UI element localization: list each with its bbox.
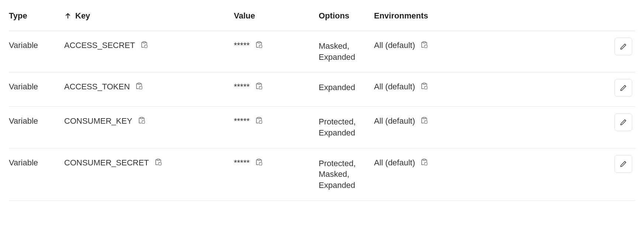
cell-environments: All (default): [374, 82, 415, 92]
cell-key: CONSUMER_KEY: [64, 116, 132, 126]
svg-rect-15: [259, 121, 262, 123]
variables-table: Type Key Value Options Environments V: [9, 7, 635, 201]
cell-options: Protected, Masked, Expanded: [319, 148, 374, 200]
svg-rect-9: [259, 86, 262, 89]
edit-button[interactable]: [614, 79, 632, 97]
copy-value-icon[interactable]: [255, 116, 263, 124]
column-header-options[interactable]: Options: [319, 7, 374, 31]
svg-rect-19: [159, 162, 161, 165]
cell-options: Masked, Expanded: [319, 31, 374, 72]
cell-value: *****: [234, 41, 250, 50]
pencil-icon: [621, 161, 626, 167]
cell-environments: All (default): [374, 158, 415, 168]
column-header-actions: [602, 7, 635, 31]
column-header-environments[interactable]: Environments: [374, 7, 602, 31]
svg-rect-6: [138, 83, 140, 85]
sort-ascending-icon: [64, 12, 72, 20]
edit-button[interactable]: [614, 38, 632, 55]
column-header-type[interactable]: Type: [9, 7, 64, 31]
cell-key: CONSUMER_SECRET: [64, 158, 149, 168]
cell-value: *****: [234, 116, 250, 126]
copy-environments-icon[interactable]: [420, 116, 428, 124]
svg-rect-0: [143, 42, 145, 43]
copy-value-icon[interactable]: [255, 158, 263, 166]
svg-rect-5: [425, 45, 427, 48]
svg-rect-21: [259, 162, 262, 165]
svg-rect-20: [257, 159, 260, 161]
copy-key-icon[interactable]: [135, 82, 143, 90]
svg-rect-22: [423, 159, 426, 161]
table-row: Variable CONSUMER_SECRET *****: [9, 148, 635, 200]
table-row: Variable ACCESS_TOKEN *****: [9, 72, 635, 107]
cell-options: Protected, Expanded: [319, 107, 374, 148]
svg-rect-18: [157, 159, 159, 161]
svg-rect-7: [139, 86, 142, 89]
svg-rect-14: [257, 117, 260, 119]
edit-button[interactable]: [614, 113, 632, 131]
copy-value-icon[interactable]: [255, 82, 263, 90]
cell-type: Variable: [9, 107, 64, 148]
copy-value-icon[interactable]: [255, 41, 263, 49]
table-header-row: Type Key Value Options Environments: [9, 7, 635, 31]
pencil-icon: [621, 86, 626, 91]
svg-rect-11: [425, 86, 427, 89]
cell-type: Variable: [9, 148, 64, 200]
svg-rect-4: [423, 42, 426, 43]
column-header-value[interactable]: Value: [234, 7, 319, 31]
cell-type: Variable: [9, 72, 64, 107]
svg-rect-3: [259, 45, 262, 48]
cell-value: *****: [234, 82, 250, 92]
svg-rect-8: [257, 83, 260, 85]
pencil-icon: [621, 44, 626, 49]
table-row: Variable CONSUMER_KEY *****: [9, 107, 635, 148]
svg-rect-16: [423, 117, 426, 119]
cell-value: *****: [234, 158, 250, 168]
svg-rect-10: [423, 83, 426, 85]
column-header-key[interactable]: Key: [64, 7, 234, 31]
cell-type: Variable: [9, 31, 64, 72]
copy-key-icon[interactable]: [154, 158, 162, 166]
svg-rect-23: [425, 162, 427, 165]
svg-rect-17: [425, 121, 427, 123]
table-row: Variable ACCESS_SECRET *****: [9, 31, 635, 72]
cell-environments: All (default): [374, 116, 415, 126]
column-header-key-label: Key: [75, 11, 90, 21]
cell-options: Expanded: [319, 72, 374, 107]
cell-environments: All (default): [374, 41, 415, 50]
svg-rect-12: [140, 117, 143, 119]
copy-environments-icon[interactable]: [420, 82, 428, 90]
cell-key: ACCESS_SECRET: [64, 41, 135, 50]
svg-rect-1: [145, 45, 147, 48]
copy-environments-icon[interactable]: [420, 158, 428, 166]
pencil-icon: [621, 120, 626, 125]
svg-rect-2: [257, 42, 260, 43]
copy-environments-icon[interactable]: [420, 41, 428, 49]
svg-rect-13: [142, 121, 145, 123]
edit-button[interactable]: [614, 155, 632, 173]
copy-key-icon[interactable]: [138, 116, 146, 124]
cell-key: ACCESS_TOKEN: [64, 82, 130, 92]
copy-key-icon[interactable]: [140, 41, 148, 49]
